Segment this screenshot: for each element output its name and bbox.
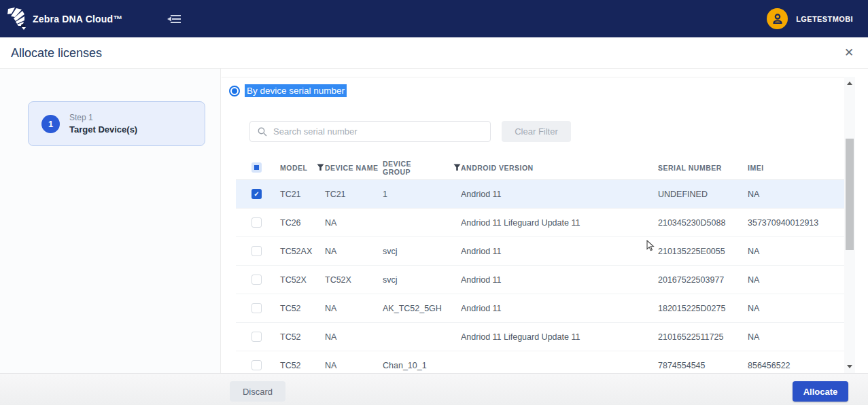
step-title: Target Device(s) xyxy=(69,124,137,135)
row-checkbox[interactable] xyxy=(251,246,262,256)
cell-android-version: Andriod 11 Lifeguard Update 11 xyxy=(461,218,658,228)
table-row[interactable]: TC52 NA Andriod 11 Lifeguard Update 11 2… xyxy=(236,323,844,351)
table-row[interactable]: TC52 NA Chan_10_1 7874554545 856456522 xyxy=(236,351,844,373)
cell-imei: NA xyxy=(748,332,844,342)
modal-header: Allocate licenses ✕ xyxy=(0,37,868,68)
column-header-serial-number[interactable]: SERIAL NUMBER xyxy=(658,164,748,172)
cell-device-name: TC21 xyxy=(325,190,383,199)
cell-device-name: NA xyxy=(325,361,383,370)
cell-model: TC52 xyxy=(280,332,325,342)
page-title: Allocate licenses xyxy=(11,46,102,60)
cell-device-group: Chan_10_1 xyxy=(383,361,461,370)
cell-model: TC52AX xyxy=(280,247,325,256)
cell-imei: NA xyxy=(748,190,844,199)
person-icon xyxy=(771,12,784,26)
cell-android-version: Andriod 11 xyxy=(461,247,658,256)
cell-device-group: svcj xyxy=(383,247,461,256)
discard-button[interactable]: Discard xyxy=(230,381,285,402)
row-checkbox[interactable] xyxy=(251,332,262,342)
row-checkbox[interactable] xyxy=(251,275,262,285)
cell-imei: 856456522 xyxy=(748,361,844,370)
devices-table: MODEL DEVICE NAME DEVICE GROUP ANDROID V… xyxy=(236,156,844,373)
allocate-button[interactable]: Allocate xyxy=(793,381,848,402)
vertical-divider xyxy=(220,69,221,373)
cell-serial-number: 210135225E0055 xyxy=(658,247,748,256)
cell-android-version: Andriod 11 xyxy=(461,304,658,313)
table-row[interactable]: TC21 TC21 1 Andriod 11 UNDEFINED NA xyxy=(236,180,844,209)
column-header-imei[interactable]: IMEI xyxy=(748,164,844,172)
row-checkbox[interactable] xyxy=(251,360,262,370)
table-body: TC21 TC21 1 Andriod 11 UNDEFINED NA TC26… xyxy=(236,180,844,373)
search-serial-input[interactable] xyxy=(273,126,490,137)
cell-device-group: AK_TC52_5GH xyxy=(383,304,461,313)
cell-device-name: NA xyxy=(325,304,383,313)
scrollbar-thumb[interactable] xyxy=(846,139,854,250)
step-number-badge: 1 xyxy=(41,115,60,133)
cell-serial-number: 7874554545 xyxy=(658,361,748,370)
cell-model: TC52 xyxy=(280,304,325,313)
cell-imei: 357370940012913 xyxy=(748,218,844,228)
cell-model: TC21 xyxy=(280,190,325,199)
table-row[interactable]: TC52X TC52X svcj Andriod 11 201675225039… xyxy=(236,266,844,294)
filter-icon[interactable] xyxy=(453,164,461,171)
serial-search-box xyxy=(249,121,491,142)
cell-android-version: Andriod 11 xyxy=(461,190,658,199)
row-checkbox[interactable] xyxy=(251,217,262,228)
table-header-row: MODEL DEVICE NAME DEVICE GROUP ANDROID V… xyxy=(236,156,844,180)
row-checkbox[interactable] xyxy=(251,303,262,313)
cell-model: TC52X xyxy=(280,275,325,285)
cell-model: TC26 xyxy=(280,218,325,228)
table-row[interactable]: TC52 NA AK_TC52_5GH Andriod 11 182015225… xyxy=(236,294,844,323)
radio-label: By device serial number xyxy=(245,84,347,97)
menu-collapse-icon[interactable] xyxy=(165,12,183,27)
select-all-checkbox[interactable] xyxy=(251,162,262,173)
cell-serial-number: UNDEFINED xyxy=(658,190,748,199)
scroll-down-icon[interactable] xyxy=(847,365,852,368)
radio-by-serial-number[interactable] xyxy=(229,86,240,96)
cell-serial-number: 21016522511725 xyxy=(658,332,748,342)
cell-serial-number: 210345230D5088 xyxy=(658,218,748,228)
clear-filter-button[interactable]: Clear Filter xyxy=(502,121,571,142)
cell-device-group: svcj xyxy=(383,275,461,285)
cell-android-version: Andriod 11 Lifeguard Update 11 xyxy=(461,332,658,342)
cell-serial-number: 182015225D0275 xyxy=(658,304,748,313)
column-header-android-version[interactable]: ANDROID VERSION xyxy=(461,164,658,172)
step-label: Step 1 xyxy=(69,113,137,122)
cell-device-name: NA xyxy=(325,218,383,228)
modal-footer: Discard Allocate xyxy=(0,373,868,405)
cell-android-version: Andriod 11 xyxy=(461,275,658,285)
filter-icon[interactable] xyxy=(317,164,324,171)
column-header-device-name[interactable]: DEVICE NAME xyxy=(325,164,383,172)
table-row[interactable]: TC26 NA Andriod 11 Lifeguard Update 11 2… xyxy=(236,209,844,237)
step-1-card[interactable]: 1 Step 1 Target Device(s) xyxy=(28,101,205,146)
scroll-up-icon[interactable] xyxy=(847,82,852,85)
cell-device-name: TC52X xyxy=(325,275,383,285)
cell-imei: NA xyxy=(748,304,844,313)
content-top-divider xyxy=(222,77,844,77)
cell-model: TC52 xyxy=(280,361,325,370)
cell-imei: NA xyxy=(748,247,844,256)
brand-title: Zebra DNA Cloud™ xyxy=(33,14,123,24)
user-avatar[interactable] xyxy=(767,8,788,29)
cell-serial-number: 20167522503977 xyxy=(658,275,748,285)
username-label: LGETESTMOBI xyxy=(796,15,853,23)
filter-mode-row: By device serial number xyxy=(229,84,347,97)
top-navbar: Zebra DNA Cloud™ LGETESTMOBI xyxy=(0,0,868,37)
table-row[interactable]: TC52AX NA svcj Andriod 11 210135225E0055… xyxy=(236,237,844,266)
column-header-model[interactable]: MODEL xyxy=(280,164,325,172)
close-icon[interactable]: ✕ xyxy=(841,45,856,60)
cell-imei: NA xyxy=(748,275,844,285)
row-checkbox[interactable] xyxy=(251,189,262,199)
cell-device-name: NA xyxy=(325,247,383,256)
modal-content: 1 Step 1 Target Device(s) By device seri… xyxy=(0,68,868,405)
zebra-logo-icon xyxy=(7,7,27,31)
search-icon xyxy=(258,127,267,137)
column-header-device-group[interactable]: DEVICE GROUP xyxy=(383,160,461,176)
vertical-scrollbar[interactable] xyxy=(844,77,855,373)
cell-device-name: NA xyxy=(325,332,383,342)
cell-device-group: 1 xyxy=(383,190,461,199)
